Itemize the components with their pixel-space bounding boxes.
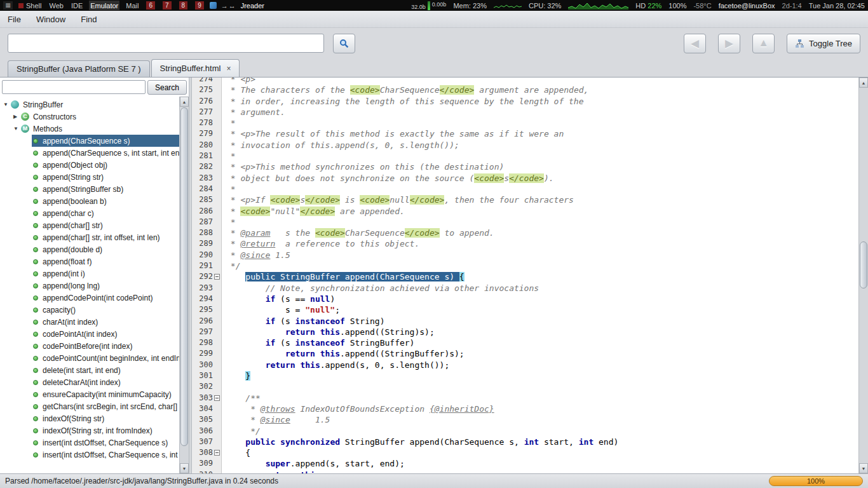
toggle-tree-label: Toggle Tree bbox=[809, 39, 852, 48]
tree-item-method[interactable]: charAt(int index) bbox=[0, 316, 179, 328]
tree-item-method[interactable]: capacity() bbox=[0, 304, 179, 316]
menu-window[interactable]: Window bbox=[36, 15, 65, 24]
scrollbar-track[interactable] bbox=[859, 88, 868, 463]
tree-item-method[interactable]: append(CharSequence s) bbox=[0, 135, 179, 147]
code-line: super.append(s, start, end); bbox=[222, 458, 405, 469]
panel-menu-icon[interactable]: ▦ bbox=[3, 1, 13, 10]
tree-item-method[interactable]: append(StringBuffer sb) bbox=[0, 183, 179, 195]
method-icon bbox=[33, 199, 38, 204]
fold-marker-icon[interactable] bbox=[214, 450, 220, 456]
method-icon bbox=[33, 440, 38, 445]
tree-item-label: append(CharSequence s) bbox=[43, 137, 130, 146]
menu-bar: FileWindowFind bbox=[0, 11, 868, 28]
tree-item-method[interactable]: append(double d) bbox=[0, 243, 179, 255]
search-button[interactable] bbox=[333, 34, 355, 53]
tab-stringbuffer-html[interactable]: StringBuffer.html × bbox=[151, 59, 240, 77]
tab-label: StringBuffer.html bbox=[160, 64, 221, 73]
tree-item-method[interactable]: append(char c) bbox=[0, 207, 179, 219]
collapse-arrow-icon[interactable]: ▼ bbox=[3, 102, 11, 107]
tree-item-method[interactable]: insert(int dstOffset, CharSequence s, in… bbox=[0, 449, 179, 461]
tree-item-method[interactable]: append(float f) bbox=[0, 255, 179, 268]
line-number: 305 bbox=[192, 414, 213, 425]
tree-item-method[interactable]: append(char[] str) bbox=[0, 219, 179, 231]
workspace-mail[interactable]: Mail bbox=[125, 1, 140, 10]
tree-item-methods[interactable]: ▼MMethods bbox=[0, 123, 179, 135]
tree-item-label: codePointCount(int beginIndex, int endIn… bbox=[43, 354, 179, 363]
workspace-6[interactable]: 6 bbox=[145, 1, 156, 10]
forward-button[interactable]: ▶ bbox=[718, 34, 740, 53]
address-input[interactable] bbox=[8, 34, 324, 53]
tree-item-method[interactable]: indexOf(String str, int fromIndex) bbox=[0, 424, 179, 437]
tab-close-icon[interactable]: × bbox=[226, 65, 231, 72]
code-line: return this.append((String)s); bbox=[222, 327, 435, 337]
sidebar-scrollbar[interactable]: ▲ ▼ bbox=[179, 97, 189, 473]
tree-item-method[interactable]: append(CharSequence s, int start, int en… bbox=[0, 147, 179, 159]
tree-item-constructors[interactable]: ▶CConstructors bbox=[0, 111, 179, 123]
back-button[interactable]: ◀ bbox=[684, 34, 706, 53]
toggle-tree-button[interactable]: Toggle Tree bbox=[787, 34, 860, 53]
tree-item-method[interactable]: append(char[] str, int offset, int len) bbox=[0, 231, 179, 243]
fold-marker-icon[interactable] bbox=[214, 395, 220, 401]
tree-item-method[interactable]: getChars(int srcBegin, int srcEnd, char[… bbox=[0, 400, 179, 412]
tree-item-method[interactable]: append(boolean b) bbox=[0, 195, 179, 207]
code-row: 281 * bbox=[192, 151, 858, 161]
workspace-web[interactable]: Web bbox=[48, 1, 64, 10]
code-row: 278 * bbox=[192, 118, 858, 128]
workspace-8[interactable]: 8 bbox=[178, 1, 189, 10]
scrollbar-track[interactable] bbox=[180, 107, 189, 463]
tree-item-label: getChars(int srcBegin, int srcEnd, char[… bbox=[43, 402, 179, 411]
scrollbar-thumb[interactable] bbox=[180, 107, 188, 446]
scroll-up-icon[interactable]: ▲ bbox=[859, 78, 868, 88]
scroll-down-icon[interactable]: ▼ bbox=[180, 463, 189, 473]
code-row: 283 * object but does not synchronize on… bbox=[192, 173, 858, 184]
tree-search-input[interactable] bbox=[2, 80, 146, 94]
tree-item-method[interactable]: delete(int start, int end) bbox=[0, 364, 179, 376]
line-number: 279 bbox=[192, 128, 213, 139]
code-line: /** bbox=[222, 393, 261, 403]
workspace-shell[interactable]: Shell bbox=[17, 1, 43, 10]
tree-item-method[interactable]: insert(int dstOffset, CharSequence s) bbox=[0, 437, 179, 449]
tree-item-method[interactable]: ensureCapacity(int minimumCapacity) bbox=[0, 388, 179, 400]
tree-item-method[interactable]: appendCodePoint(int codePoint) bbox=[0, 292, 179, 304]
menu-file[interactable]: File bbox=[8, 15, 21, 24]
scrollbar-thumb[interactable] bbox=[860, 241, 867, 288]
workspace-emulator[interactable]: Emulator bbox=[89, 1, 119, 10]
tree-search-button[interactable]: Search bbox=[147, 80, 187, 95]
expand-arrow-icon[interactable]: ▶ bbox=[13, 114, 21, 119]
tree-item-method[interactable]: append(long lng) bbox=[0, 280, 179, 292]
scroll-up-icon[interactable]: ▲ bbox=[180, 97, 189, 107]
tree-item-method[interactable]: deleteCharAt(int index) bbox=[0, 376, 179, 388]
code-row: 300 return this.append(s, 0, s.length())… bbox=[192, 360, 858, 370]
collapse-arrow-icon[interactable]: ▼ bbox=[13, 126, 21, 132]
line-number: 293 bbox=[192, 283, 213, 294]
workspace-ide[interactable]: IDE bbox=[70, 1, 84, 10]
hd-stats: HD 22% bbox=[635, 2, 661, 10]
scroll-down-icon[interactable]: ▼ bbox=[859, 463, 868, 473]
tab-stringbuffer-javadoc[interactable]: StringBuffer (Java Platform SE 7 ) bbox=[8, 60, 150, 77]
tree-item-class[interactable]: ▼StringBuffer bbox=[0, 98, 179, 111]
jreader-app-icon bbox=[210, 2, 217, 9]
tree-item-method[interactable]: append(int i) bbox=[0, 268, 179, 280]
home-button[interactable]: ▲ bbox=[752, 34, 775, 53]
method-icon bbox=[33, 332, 38, 337]
workspace-9[interactable]: 9 bbox=[194, 1, 205, 10]
workspace-urgent-marker-icon bbox=[18, 3, 24, 8]
workspace-7[interactable]: 7 bbox=[161, 1, 173, 10]
tree-item-method[interactable]: append(String str) bbox=[0, 171, 179, 183]
uptime-value: 2d-1:4 bbox=[782, 2, 802, 10]
fold-marker-icon[interactable] bbox=[214, 274, 220, 280]
tree-item-method[interactable]: indexOf(String str) bbox=[0, 412, 179, 424]
main-content: Search ▼StringBuffer▶CConstructors▼MMeth… bbox=[0, 77, 868, 473]
code-view[interactable]: 274 * <p>275 * The characters of the <co… bbox=[192, 78, 858, 473]
tree-item-label: deleteCharAt(int index) bbox=[43, 378, 121, 387]
editor-scrollbar[interactable]: ▲ ▼ bbox=[858, 78, 868, 473]
methods-icon: M bbox=[21, 125, 29, 133]
nav-button-group: ◀ ▶ ▲ Toggle Tree bbox=[684, 34, 860, 53]
tree-item-method[interactable]: codePointAt(int index) bbox=[0, 328, 179, 340]
menu-find[interactable]: Find bbox=[81, 15, 97, 24]
workspace-list: ShellWebIDEEmulatorMail6789 bbox=[17, 1, 205, 10]
tree-item-method[interactable]: codePointBefore(int index) bbox=[0, 340, 179, 352]
tree-item-method[interactable]: append(Object obj) bbox=[0, 159, 179, 171]
tree-item-method[interactable]: codePointCount(int beginIndex, int endIn… bbox=[0, 352, 179, 364]
code-line: * <p>If <code>s</code> is <code>null</co… bbox=[222, 194, 574, 205]
